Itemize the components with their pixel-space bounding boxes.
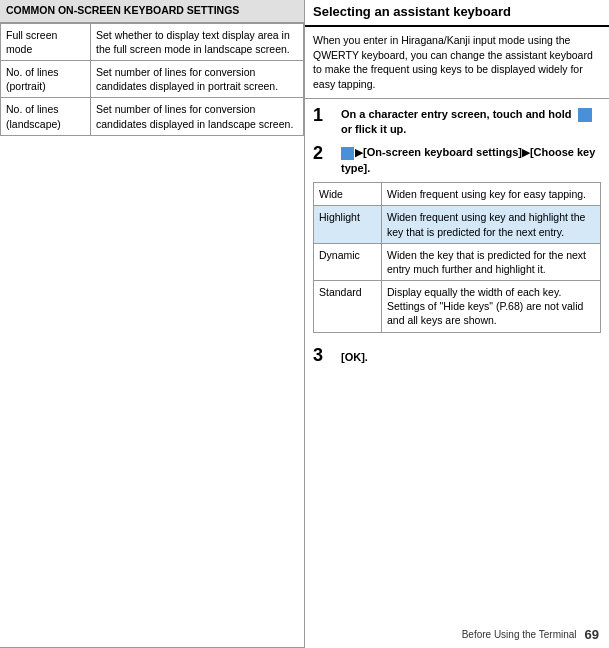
step-2-text: ▶[On-screen keyboard settings]▶[Choose k… (341, 143, 601, 176)
row-label: No. of lines (portrait) (1, 60, 91, 97)
key-type-row: Standard Display equally the width of ea… (314, 281, 601, 333)
key-description: Widen the key that is predicted for the … (382, 243, 601, 280)
left-header-text: COMMON ON-SCREEN KEYBOARD SETTINGS (6, 4, 239, 16)
left-table: Full screen mode Set whether to display … (0, 23, 304, 136)
left-column: COMMON ON-SCREEN KEYBOARD SETTINGS Full … (0, 0, 305, 648)
left-table-row: Full screen mode Set whether to display … (1, 23, 304, 60)
key-name: Wide (314, 183, 382, 206)
key-type-row: Dynamic Widen the key that is predicted … (314, 243, 601, 280)
key-type-row: Highlight Widen frequent using key and h… (314, 206, 601, 243)
step-1: 1 On a character entry screen, touch and… (313, 105, 601, 138)
row-description: Set number of lines for conversion candi… (91, 98, 304, 135)
key-name: Highlight (314, 206, 382, 243)
right-intro: When you enter in Hiragana/Kanji input m… (305, 27, 609, 99)
right-column: Selecting an assistant keyboard When you… (305, 0, 609, 648)
footer: Before Using the Terminal 69 (462, 627, 599, 642)
row-description: Set number of lines for conversion candi… (91, 60, 304, 97)
step-2: 2 ▶[On-screen keyboard settings]▶[Choose… (313, 143, 601, 176)
key-name: Standard (314, 281, 382, 333)
key-description: Widen frequent using key and highlight t… (382, 206, 601, 243)
key-type-row: Wide Widen frequent using key for easy t… (314, 183, 601, 206)
step-3: 3 [OK]. (305, 345, 609, 372)
steps-container: 1 On a character entry screen, touch and… (305, 99, 609, 345)
step-3-number: 3 (313, 345, 335, 366)
left-header: COMMON ON-SCREEN KEYBOARD SETTINGS (0, 0, 304, 23)
key-name: Dynamic (314, 243, 382, 280)
step2-icon (341, 147, 354, 160)
row-label: Full screen mode (1, 23, 91, 60)
right-title: Selecting an assistant keyboard (305, 0, 609, 27)
step-3-text: [OK]. (341, 351, 368, 363)
left-table-row: No. of lines (portrait) Set number of li… (1, 60, 304, 97)
step-1-text: On a character entry screen, touch and h… (341, 105, 601, 138)
footer-label: Before Using the Terminal (462, 629, 577, 640)
row-label: No. of lines (landscape) (1, 98, 91, 135)
step-2-number: 2 (313, 143, 335, 165)
footer-page: 69 (585, 627, 599, 642)
page-container: COMMON ON-SCREEN KEYBOARD SETTINGS Full … (0, 0, 609, 648)
key-description: Widen frequent using key for easy tappin… (382, 183, 601, 206)
left-table-row: No. of lines (landscape) Set number of l… (1, 98, 304, 135)
step1-icon (578, 108, 592, 122)
row-description: Set whether to display text display area… (91, 23, 304, 60)
step-1-number: 1 (313, 105, 335, 127)
key-type-table: Wide Widen frequent using key for easy t… (313, 182, 601, 332)
key-description: Display equally the width of each key. S… (382, 281, 601, 333)
